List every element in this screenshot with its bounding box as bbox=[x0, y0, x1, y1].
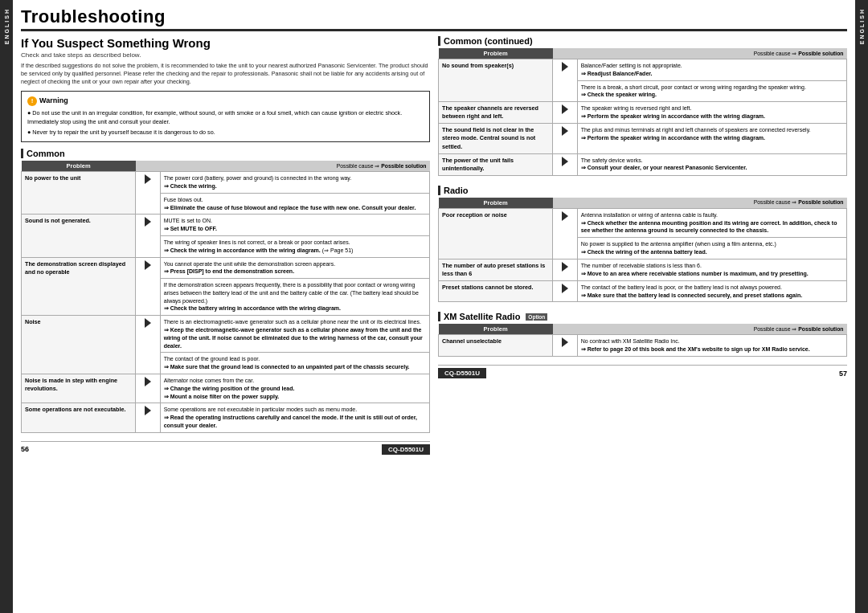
prob-header-r: Problem bbox=[439, 48, 553, 59]
arrow-cell bbox=[553, 124, 577, 153]
common-title: Common bbox=[27, 149, 65, 158]
two-columns: If You Suspect Something Wrong Check and… bbox=[21, 36, 847, 610]
table-row: The speaker channels are reversed betwee… bbox=[439, 102, 847, 124]
sol-header: Possible cause ⇒ Possible solution bbox=[136, 161, 430, 172]
xm-table: Problem Possible cause ⇒ Possible soluti… bbox=[438, 324, 847, 357]
table-row: Some operations are not executable. Some… bbox=[22, 403, 430, 432]
radio-section-label: Radio bbox=[438, 186, 847, 195]
option-badge: Option bbox=[526, 313, 547, 321]
problem-cell: The power of the unit fails unintentiona… bbox=[439, 153, 553, 175]
common-continued-table: Problem Possible cause ⇒ Possible soluti… bbox=[438, 48, 847, 176]
warning-box: ! Warning ● Do not use the unit in an ir… bbox=[21, 91, 430, 142]
page-num-right: 57 bbox=[839, 370, 847, 378]
problem-cell: No sound from speaker(s) bbox=[439, 59, 553, 102]
arrow-icon bbox=[145, 174, 151, 184]
model-badge-right: CQ-D5501U bbox=[438, 368, 486, 378]
prob-header: Problem bbox=[22, 161, 136, 172]
arrow-cell bbox=[136, 257, 160, 316]
table-row: Sound is not generated. MUTE is set to O… bbox=[22, 215, 430, 236]
right-column: Common (continued) Problem Possible caus… bbox=[438, 36, 847, 610]
arrow-icon bbox=[562, 104, 568, 114]
table-row: Preset stations cannot be stored. The co… bbox=[439, 280, 847, 302]
arrow-icon bbox=[562, 262, 568, 272]
xm-title: XM Satellite Radio bbox=[444, 312, 520, 321]
arrow-icon bbox=[145, 217, 151, 227]
main-content: Troubleshooting If You Suspect Something… bbox=[13, 0, 855, 613]
arrow-cell bbox=[136, 215, 160, 257]
table-row: The power of the unit fails unintentiona… bbox=[439, 153, 847, 175]
prob-header-xm: Problem bbox=[439, 324, 553, 335]
solution-cell: MUTE is set to ON.⇒ Set MUTE to OFF. bbox=[160, 215, 429, 236]
side-tab-left: ENGLISH bbox=[0, 0, 13, 613]
side-text-right: ENGLISH bbox=[859, 8, 865, 44]
warning-icon: ! bbox=[27, 96, 37, 106]
solution-cell: No power is supplied to the antenna ampl… bbox=[577, 238, 846, 260]
table-row: The sound field is not clear in the ster… bbox=[439, 124, 847, 153]
arrow-icon bbox=[562, 284, 568, 293]
table-row: The number of auto preset stations is le… bbox=[439, 259, 847, 280]
solution-cell: The speaker wiring is reversed right and… bbox=[577, 102, 846, 124]
common-section-label: Common bbox=[21, 149, 430, 158]
common-table: Problem Possible cause ⇒ Possible soluti… bbox=[21, 161, 430, 433]
table-row: No power to the unit The power cord (bat… bbox=[22, 172, 430, 194]
problem-cell: Noise is made in step with engine revolu… bbox=[22, 374, 136, 403]
table-row: Poor reception or noise Antenna installa… bbox=[439, 208, 847, 237]
xm-section-label: XM Satellite Radio Option bbox=[438, 312, 847, 321]
solution-cell: Some operations are not executable in pa… bbox=[160, 403, 429, 432]
problem-cell: The demonstration screen displayed and n… bbox=[22, 257, 136, 316]
warning-label: Warning bbox=[39, 96, 68, 107]
side-text-left: ENGLISH bbox=[4, 8, 10, 44]
solution-cell: The wiring of speaker lines is not corre… bbox=[160, 235, 429, 257]
solution-cell: The contact of the battery lead is poor,… bbox=[577, 280, 846, 302]
arrow-cell bbox=[136, 172, 160, 215]
arrow-cell bbox=[136, 374, 160, 403]
arrow-icon bbox=[145, 377, 151, 386]
prob-header-radio: Problem bbox=[439, 198, 553, 209]
section-bar-4 bbox=[438, 312, 440, 321]
arrow-cell bbox=[553, 335, 577, 357]
solution-cell: You cannot operate the unit while the de… bbox=[160, 257, 429, 279]
section-bar-2 bbox=[438, 36, 440, 46]
arrow-cell bbox=[136, 316, 160, 374]
arrow-cell bbox=[553, 153, 577, 175]
arrow-icon bbox=[562, 157, 568, 166]
solution-cell: No contract with XM Satellite Radio Inc.… bbox=[577, 335, 846, 357]
arrow-cell bbox=[553, 259, 577, 280]
arrow-cell bbox=[553, 280, 577, 302]
if-wrong-title: If You Suspect Something Wrong bbox=[21, 36, 430, 50]
problem-cell: Preset stations cannot be stored. bbox=[439, 280, 553, 302]
problem-cell: Channel unselectable bbox=[439, 335, 553, 357]
page-title: Troubleshooting bbox=[21, 6, 847, 31]
model-badge-left: CQ-D5501U bbox=[382, 444, 430, 455]
page-num-left: 56 bbox=[21, 445, 29, 453]
sol-header-r: Possible cause ⇒ Possible solution bbox=[553, 48, 847, 59]
solution-cell: The safety device works.⇒ Consult your d… bbox=[577, 153, 846, 175]
problem-cell: The speaker channels are reversed betwee… bbox=[439, 102, 553, 124]
arrow-cell bbox=[553, 208, 577, 259]
problem-cell: Poor reception or noise bbox=[439, 208, 553, 259]
table-row: The demonstration screen displayed and n… bbox=[22, 257, 430, 279]
warning-item-2: ● Never try to repair the unit by yourse… bbox=[27, 129, 424, 137]
solution-cell: Fuse blows out.⇒ Eliminate the cause of … bbox=[160, 193, 429, 215]
arrow-cell bbox=[136, 403, 160, 432]
arrow-icon bbox=[562, 337, 568, 347]
check-note: Check and take steps as described below. bbox=[21, 51, 430, 59]
arrow-cell bbox=[553, 102, 577, 124]
section-bar bbox=[21, 149, 23, 158]
solution-cell: The contact of the ground lead is poor.⇒… bbox=[160, 353, 429, 374]
arrow-icon bbox=[145, 260, 151, 270]
body-text: If the described suggestions do not solv… bbox=[21, 62, 430, 86]
problem-cell: Noise bbox=[22, 316, 136, 374]
arrow-icon bbox=[562, 126, 568, 136]
sol-header-xm: Possible cause ⇒ Possible solution bbox=[553, 324, 847, 335]
solution-cell: Alternator noise comes from the car.⇒ Ch… bbox=[160, 374, 429, 403]
problem-cell: No power to the unit bbox=[22, 172, 136, 215]
arrow-icon bbox=[145, 318, 151, 328]
common-continued-title: Common (continued) bbox=[444, 36, 533, 46]
sol-header-radio: Possible cause ⇒ Possible solution bbox=[553, 198, 847, 209]
footer-left: 56 CQ-D5501U bbox=[21, 441, 430, 457]
arrow-icon bbox=[562, 62, 568, 72]
solution-cell: There is a break, a short circuit, poor … bbox=[577, 80, 846, 102]
side-tab-right: ENGLISH bbox=[855, 0, 868, 613]
page-wrapper: ENGLISH Troubleshooting If You Suspect S… bbox=[0, 0, 868, 613]
